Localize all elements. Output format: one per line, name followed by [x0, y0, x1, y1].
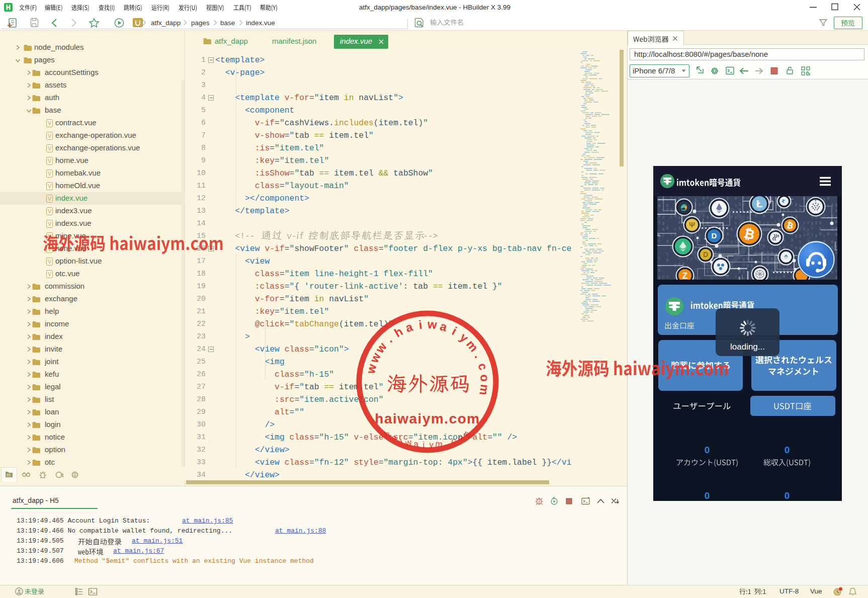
- svg-text:Z: Z: [682, 271, 687, 281]
- svg-text:V: V: [48, 184, 51, 189]
- svg-text:a: a: [390, 433, 399, 443]
- svg-text:V: V: [48, 272, 51, 277]
- svg-text:Ψ: Ψ: [689, 220, 695, 229]
- svg-text:m: m: [462, 429, 473, 440]
- svg-text:V: V: [48, 196, 51, 202]
- svg-text:V: V: [48, 221, 51, 227]
- svg-text:V: V: [48, 146, 51, 151]
- svg-text:V: V: [48, 171, 51, 177]
- svg-text:i: i: [399, 436, 403, 445]
- svg-text:V: V: [48, 209, 51, 214]
- svg-text:a: a: [413, 439, 419, 449]
- svg-text:y: y: [429, 440, 434, 450]
- svg-text:V: V: [48, 158, 51, 164]
- svg-text:V: V: [48, 259, 51, 265]
- svg-text:m: m: [435, 439, 444, 450]
- svg-text:c: c: [450, 436, 457, 446]
- svg-text:Ł: Ł: [756, 198, 762, 209]
- svg-text:.: .: [444, 438, 449, 448]
- svg-text:D: D: [703, 250, 708, 259]
- svg-text:i: i: [422, 440, 425, 450]
- svg-text:V: V: [48, 121, 51, 126]
- svg-text:V: V: [48, 133, 51, 139]
- svg-text:w: w: [404, 437, 413, 448]
- svg-text:D: D: [712, 231, 717, 240]
